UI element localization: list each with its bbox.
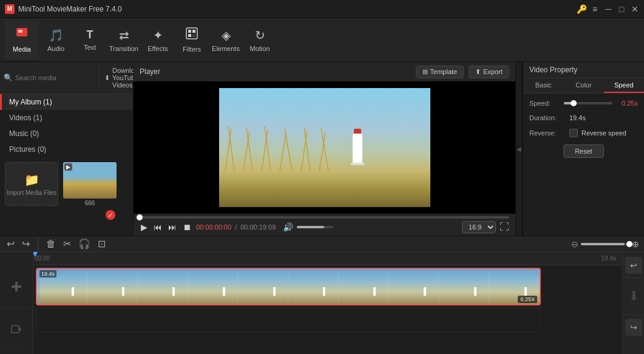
video-property-title: Video Property: [523, 62, 644, 78]
add-track-icon[interactable]: [0, 265, 33, 308]
toolbar-separator-1: [38, 238, 38, 250]
toolbar-item-effects[interactable]: ✦ Effects: [141, 21, 175, 60]
sidebar-item-music[interactable]: Music (0): [0, 126, 133, 141]
delete-button[interactable]: 🗑: [44, 237, 58, 251]
import-media-item[interactable]: 📁 Import Media Files: [5, 162, 58, 206]
volume-slider[interactable]: [297, 226, 333, 228]
maximize-icon[interactable]: □: [617, 5, 626, 13]
menu-icon[interactable]: ≡: [591, 5, 599, 13]
toolbar-item-media[interactable]: Media: [5, 21, 39, 60]
import-folder-icon: 📁: [24, 172, 39, 187]
elements-icon: ◈: [222, 28, 231, 43]
stop-button[interactable]: ⏹: [181, 221, 192, 233]
panel-collapse-handle[interactable]: ◀: [515, 62, 523, 236]
undo-button[interactable]: ↩: [5, 236, 16, 251]
reverse-speed-checkbox[interactable]: [569, 129, 578, 137]
sidebar-item-videos[interactable]: Videos (1): [0, 110, 133, 126]
export-button[interactable]: ⬆ Export: [469, 66, 509, 78]
player-area: Player ⊞ Template ⬆ Export: [134, 62, 515, 236]
zoom-slider[interactable]: [581, 243, 629, 245]
tab-speed[interactable]: Speed: [604, 78, 644, 93]
minimize-icon[interactable]: ─: [604, 5, 612, 13]
clip-frame: [389, 269, 439, 304]
aspect-ratio-select[interactable]: 16:9 9:16 1:1 4:3: [462, 221, 496, 233]
tab-color[interactable]: Color: [563, 78, 603, 93]
speed-label: Speed:: [529, 100, 560, 107]
zoom-in-button[interactable]: ⊕: [632, 239, 639, 249]
toolbar-item-elements[interactable]: ◈ Elements: [209, 21, 243, 60]
zoom-out-button[interactable]: ⊖: [571, 239, 578, 249]
property-content: Speed: 0.25x Duration: 19.4s Reverse:: [523, 94, 644, 164]
speed-slider-thumb[interactable]: [571, 100, 577, 106]
play-button[interactable]: ▶: [140, 221, 149, 233]
search-bar: 🔍 ⬇ Download YouTube Videos: [0, 62, 133, 94]
clip-frame: [339, 269, 389, 304]
audio-detach-button[interactable]: 🎧: [76, 236, 92, 251]
video-track-clip[interactable]: 19.4s 0.25X: [36, 268, 541, 305]
media-icon: [15, 27, 29, 43]
timeline: ↩ ↪ 🗑 ✂ 🎧 ⊡ ⊖ ⊕: [0, 236, 644, 354]
timeline-content: 00:00 19.4s: [0, 252, 644, 354]
clip-frame: [138, 269, 188, 304]
video-track-icon: [0, 308, 33, 350]
volume-fill: [297, 226, 324, 228]
svg-rect-4: [192, 30, 195, 33]
svg-line-13: [280, 134, 286, 171]
speed-slider-wrap: 0.25x: [564, 100, 638, 107]
toolbar-item-audio[interactable]: 🎵 Audio: [39, 21, 73, 60]
media-grid: 📁 Import Media Files ▶ ✓ 666: [0, 157, 133, 236]
toolbar-item-filters[interactable]: Filters: [175, 21, 209, 60]
volume-icon[interactable]: 🔊: [282, 221, 294, 233]
toolbar-media-label: Media: [13, 46, 31, 53]
video-preview: [134, 81, 515, 214]
media-thumb-666[interactable]: ▶ ✓ 666: [63, 162, 117, 231]
titlebar: M MiniTool MovieMaker Free 7.4.0 🔑 ≡ ─ □…: [0, 0, 644, 18]
volume-control: 🔊: [282, 221, 333, 233]
left-panel: 🔍 ⬇ Download YouTube Videos My Album (1)…: [0, 62, 134, 236]
audio-track-icon: [0, 350, 33, 354]
tab-basic[interactable]: Basic: [523, 78, 563, 93]
prev-frame-button[interactable]: ⏮: [152, 221, 163, 233]
duration-value: 19.4s: [569, 114, 586, 121]
toolbar-filters-label: Filters: [183, 46, 201, 53]
cut-button[interactable]: ✂: [61, 236, 73, 251]
search-input[interactable]: [15, 74, 99, 81]
toolbar-item-transition[interactable]: ⇄ Transition: [107, 21, 141, 60]
fullscreen-button[interactable]: ⛶: [500, 222, 509, 233]
speed-value: 0.25x: [616, 100, 638, 107]
close-icon[interactable]: ✕: [631, 5, 639, 13]
settings-icon[interactable]: 🔑: [577, 5, 586, 13]
progress-thumb[interactable]: [137, 214, 143, 220]
template-button[interactable]: ⊞ Template: [416, 66, 464, 78]
redo-button[interactable]: ↪: [20, 236, 32, 251]
timeline-right: 00:00 19.4s: [33, 252, 622, 354]
toolbar-motion-label: Motion: [249, 45, 269, 52]
clip-duration-label: 19.4s: [39, 270, 56, 277]
reset-button[interactable]: Reset: [563, 145, 604, 158]
toolbar-effects-label: Effects: [147, 45, 168, 52]
sidebar-item-myalbum[interactable]: My Album (1): [0, 94, 133, 110]
crop-button[interactable]: ⊡: [96, 236, 107, 251]
timeline-side-btn-1[interactable]: ↩: [625, 257, 642, 274]
progress-bar[interactable]: [140, 216, 509, 219]
toolbar: Media 🎵 Audio T Text ⇄ Transition ✦ Effe…: [0, 18, 644, 62]
toolbar-item-text[interactable]: T Text: [73, 21, 107, 60]
clip-frame: [188, 269, 238, 304]
sidebar-item-pictures[interactable]: Pictures (0): [0, 141, 133, 157]
reverse-speed-label: Reverse speed: [581, 129, 626, 137]
zoom-thumb[interactable]: [626, 241, 632, 247]
svg-rect-21: [12, 325, 19, 333]
clip-frame: [238, 269, 288, 304]
next-frame-button[interactable]: ⏭: [167, 221, 178, 233]
duration-row: Duration: 19.4s: [529, 114, 638, 121]
speed-slider[interactable]: [564, 102, 612, 104]
reverse-speed-checkbox-row: Reverse speed: [569, 129, 626, 137]
svg-rect-20: [15, 282, 18, 291]
timeline-side-btn-2[interactable]: ↪: [625, 319, 642, 336]
toolbar-transition-label: Transition: [109, 45, 138, 52]
svg-rect-5: [188, 34, 191, 37]
player-header: Player ⊞ Template ⬆ Export: [134, 62, 515, 81]
search-icon: 🔍: [4, 73, 13, 82]
window-controls[interactable]: 🔑 ≡ ─ □ ✕: [577, 5, 639, 13]
toolbar-item-motion[interactable]: ↻ Motion: [243, 21, 277, 60]
